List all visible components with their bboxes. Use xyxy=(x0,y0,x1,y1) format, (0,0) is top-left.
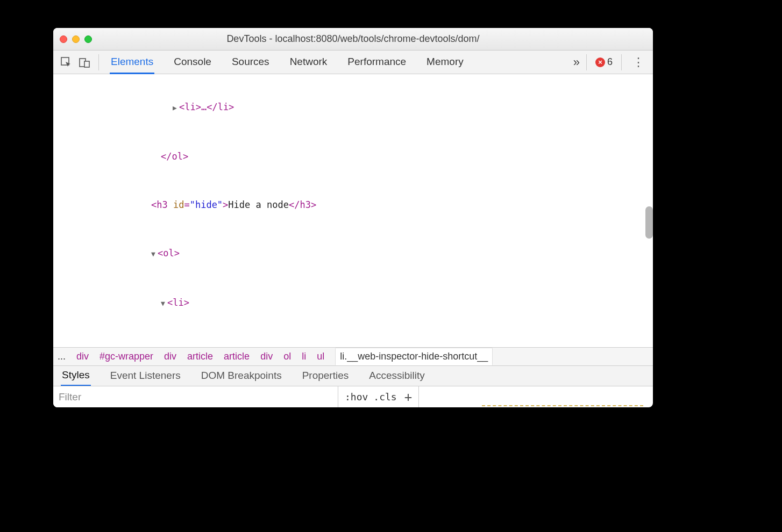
tab-console[interactable]: Console xyxy=(173,51,212,74)
error-icon: × xyxy=(595,57,605,67)
scrollbar-thumb[interactable] xyxy=(645,206,653,239)
dom-tree[interactable]: ▶<li>…</li> </ol> <h3 id="hide">Hide a n… xyxy=(53,74,653,347)
side-tab-accessibility[interactable]: Accessibility xyxy=(368,366,425,385)
error-count: 6 xyxy=(607,56,613,68)
toolbar-separator-2 xyxy=(586,54,587,70)
crumb-article[interactable]: article xyxy=(187,351,213,362)
hov-button[interactable]: :hov xyxy=(345,391,368,402)
crumb-ellipsis[interactable]: ... xyxy=(58,351,66,362)
dom-ol-open[interactable]: <ol> xyxy=(158,248,180,258)
window-title: DevTools - localhost:8080/web/tools/chro… xyxy=(53,33,653,45)
dom-h3-hide[interactable]: <h3 id="hide">Hide a node</h3> xyxy=(53,197,653,213)
styles-filter-input[interactable] xyxy=(53,386,338,407)
tab-sources[interactable]: Sources xyxy=(231,51,271,74)
dom-ol-close[interactable]: </ol> xyxy=(161,151,188,162)
cls-button[interactable]: .cls xyxy=(373,391,396,402)
crumb-div[interactable]: div xyxy=(76,351,89,362)
dom-p[interactable]: ▶<p>…</p> xyxy=(53,344,653,347)
side-tab-properties[interactable]: Properties xyxy=(301,366,350,385)
dom-li-collapsed[interactable]: <li>…</li> xyxy=(179,102,234,112)
side-tab-event-listeners[interactable]: Event Listeners xyxy=(109,366,182,385)
crumb-selected[interactable]: li.__web-inspector-hide-shortcut__ xyxy=(335,348,493,365)
main-toolbar: Elements Console Sources Network Perform… xyxy=(53,51,653,74)
device-toolbar-icon[interactable] xyxy=(77,55,92,70)
crumb-article-2[interactable]: article xyxy=(224,351,250,362)
styles-buttons: :hov .cls + xyxy=(338,386,419,407)
crumb-li[interactable]: li xyxy=(302,351,306,362)
box-model-preview xyxy=(482,405,643,407)
devtools-window: DevTools - localhost:8080/web/tools/chro… xyxy=(53,28,653,407)
titlebar: DevTools - localhost:8080/web/tools/chro… xyxy=(53,28,653,51)
side-tab-dom-breakpoints[interactable]: DOM Breakpoints xyxy=(200,366,283,385)
inspect-element-icon[interactable] xyxy=(59,55,74,70)
svg-rect-2 xyxy=(84,61,89,67)
toolbar-separator xyxy=(98,54,99,70)
tab-memory[interactable]: Memory xyxy=(425,51,465,74)
toolbar-separator-3 xyxy=(621,54,622,70)
toolbar-right: » × 6 ⋮ xyxy=(573,54,648,70)
dom-li-open[interactable]: <li> xyxy=(167,297,189,308)
crumb-ol[interactable]: ol xyxy=(283,351,291,362)
crumb-gc-wrapper[interactable]: #gc-wrapper xyxy=(99,351,153,362)
panel-tabs: Elements Console Sources Network Perform… xyxy=(105,51,570,74)
styles-toolbar: :hov .cls + xyxy=(53,386,653,407)
tab-network[interactable]: Network xyxy=(289,51,329,74)
side-panel-tabs: Styles Event Listeners DOM Breakpoints P… xyxy=(53,365,653,386)
side-tab-styles[interactable]: Styles xyxy=(61,366,91,386)
new-style-rule-icon[interactable]: + xyxy=(402,390,412,405)
crumb-div-3[interactable]: div xyxy=(260,351,273,362)
error-badge[interactable]: × 6 xyxy=(595,56,613,68)
elements-panel[interactable]: ▶<li>…</li> </ol> <h3 id="hide">Hide a n… xyxy=(53,74,653,347)
tab-elements[interactable]: Elements xyxy=(110,51,154,74)
breadcrumb-bar: ... div #gc-wrapper div article article … xyxy=(53,347,653,365)
crumb-ul[interactable]: ul xyxy=(317,351,324,362)
crumb-div-2[interactable]: div xyxy=(164,351,176,362)
settings-menu-icon[interactable]: ⋮ xyxy=(630,55,646,69)
tab-performance[interactable]: Performance xyxy=(346,51,407,74)
more-tabs-icon[interactable]: » xyxy=(573,55,578,69)
